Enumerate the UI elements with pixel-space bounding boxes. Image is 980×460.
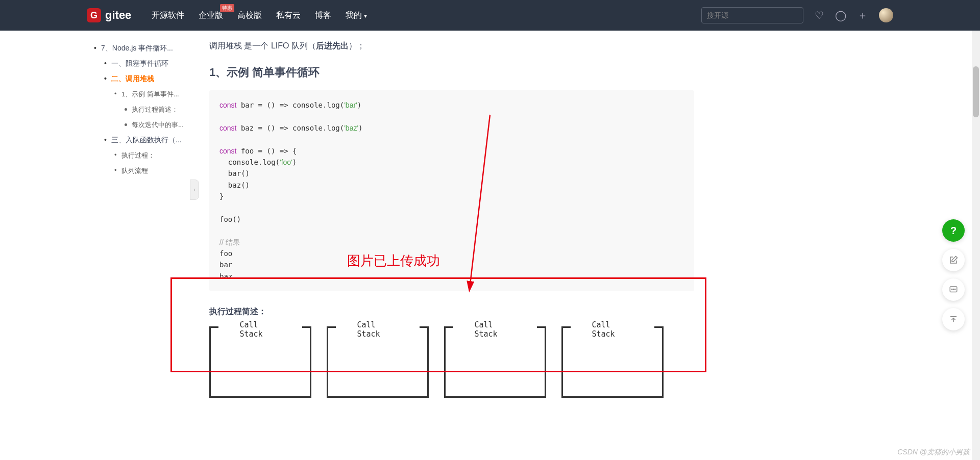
sidebar-collapse-handle[interactable]: ‹ xyxy=(190,180,199,200)
header-right: ♡ ◯ ＋ xyxy=(701,7,970,23)
logo-text: gitee xyxy=(105,9,131,22)
call-stack-box: Call Stack xyxy=(444,326,546,398)
subsection-heading: 执行过程简述： xyxy=(209,306,694,317)
scrollbar[interactable] xyxy=(972,31,980,460)
bulb-icon[interactable]: ◯ xyxy=(835,9,846,21)
code-block: const bar = () => console.log('bar') con… xyxy=(209,90,694,291)
article-content: 调用堆栈 是一个 LIFO 队列（后进先出）； 1、示例 简单事件循环 cons… xyxy=(199,31,709,460)
call-stack-box: Call Stack xyxy=(327,326,429,398)
search-input[interactable] xyxy=(701,7,803,23)
logo-icon: G xyxy=(87,8,101,22)
nav-private-cloud[interactable]: 私有云 xyxy=(276,10,301,21)
call-stack-box: Call Stack xyxy=(209,326,311,398)
floating-actions: ? xyxy=(942,219,965,330)
help-button[interactable]: ? xyxy=(942,219,965,242)
comment-button[interactable] xyxy=(942,278,965,301)
edit-button[interactable] xyxy=(942,249,965,271)
toc-item[interactable]: 执行过程简述： xyxy=(92,102,199,117)
bell-icon[interactable]: ♡ xyxy=(815,9,824,21)
toc-item[interactable]: 7、Node.js 事件循环... xyxy=(92,41,199,56)
watermark: CSDN @卖猪的小男孩 xyxy=(897,448,970,457)
plus-icon[interactable]: ＋ xyxy=(857,9,868,22)
section-heading: 1、示例 简单事件循环 xyxy=(209,65,694,80)
scroll-top-button[interactable] xyxy=(942,308,965,330)
scrollbar-thumb[interactable] xyxy=(973,66,979,117)
main-nav: 开源软件 企业版特惠 高校版 私有云 博客 我的 xyxy=(152,10,367,21)
toc-item[interactable]: 一、阻塞事件循环 xyxy=(92,56,199,71)
svg-point-4 xyxy=(954,289,955,290)
svg-point-3 xyxy=(953,289,954,290)
svg-point-2 xyxy=(951,289,952,290)
nav-blog[interactable]: 博客 xyxy=(315,10,331,21)
nav-enterprise[interactable]: 企业版特惠 xyxy=(199,10,223,21)
toc-item[interactable]: 执行过程： xyxy=(92,148,199,163)
page-body: 7、Node.js 事件循环... 一、阻塞事件循环 二、调用堆栈 1、示例 简… xyxy=(0,31,980,460)
toc-sidebar: 7、Node.js 事件循环... 一、阻塞事件循环 二、调用堆栈 1、示例 简… xyxy=(87,31,199,460)
nav-open-source[interactable]: 开源软件 xyxy=(152,10,184,21)
call-stack-diagram: Call Stack Call Stack Call Stack Call St… xyxy=(209,326,694,398)
toc-item[interactable]: 队列流程 xyxy=(92,163,199,178)
logo[interactable]: G gitee xyxy=(87,8,131,22)
toc-item[interactable]: 三、入队函数执行（... xyxy=(92,133,199,148)
intro-text: 调用堆栈 是一个 LIFO 队列（后进先出）； xyxy=(209,41,694,52)
nav-badge: 特惠 xyxy=(220,4,234,12)
call-stack-box: Call Stack xyxy=(561,326,664,398)
toc-item[interactable]: 1、示例 简单事件... xyxy=(92,87,199,102)
nav-campus[interactable]: 高校版 xyxy=(237,10,262,21)
avatar[interactable] xyxy=(879,8,893,22)
nav-my[interactable]: 我的 xyxy=(346,10,367,21)
annotation-text: 图片已上传成功 xyxy=(347,252,440,270)
toc-item[interactable]: 每次迭代中的事... xyxy=(92,117,199,133)
toc-item-active[interactable]: 二、调用堆栈 xyxy=(92,71,199,87)
top-navbar: G gitee 开源软件 企业版特惠 高校版 私有云 博客 我的 ♡ ◯ ＋ xyxy=(0,0,980,31)
